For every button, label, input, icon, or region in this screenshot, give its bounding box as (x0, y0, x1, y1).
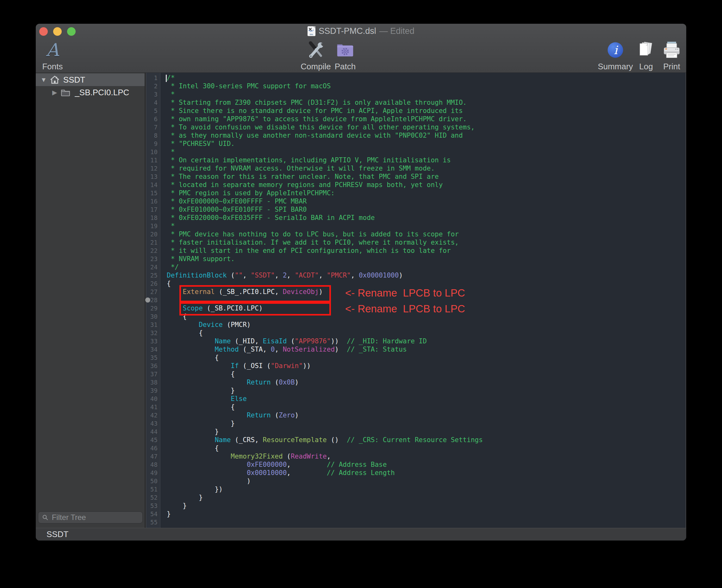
close-button[interactable] (39, 27, 48, 36)
line-number: 14 (146, 181, 160, 189)
code-line: 13 * The reason for this is rather uncle… (146, 172, 686, 181)
code-line: 7 * To avoid confusion we disable this d… (146, 123, 686, 131)
code-line: 22 * it will start in the end of PCI con… (146, 247, 686, 255)
code-line: 4 * Starting from Z390 chipsets PMC (D31… (146, 99, 686, 107)
code-text: * 0xFE020000~0xFE035FFF - SerialIo BAR i… (160, 214, 686, 222)
code-line: 24 */ (146, 263, 686, 271)
code-line: 35 { (146, 354, 686, 362)
code-text (160, 518, 686, 526)
sidebar-item-label: SSDT (63, 75, 85, 85)
summary-button[interactable]: i Summary (595, 38, 636, 71)
print-button[interactable]: Print (658, 38, 685, 71)
line-number: 52 (146, 493, 160, 502)
annotation-text-2: <- Rename LPCB to LPC (345, 302, 465, 315)
code-line: 14 * located in separate memory regions … (146, 181, 686, 189)
code-text: If (_OSI ("Darwin")) (160, 362, 686, 370)
line-number: 43 (146, 419, 160, 427)
code-line: 50 ) (146, 477, 686, 485)
code-line: 20 * PMC device has nothing to do to LPC… (146, 230, 686, 238)
code-line: 21 * faster initialisation. If we add it… (146, 238, 686, 247)
annotation-box-external (179, 285, 331, 302)
code-line: 17 * 0xFE010000~0xFE010FFF - SPI BAR0 (146, 205, 686, 214)
line-number: 6 (146, 115, 160, 123)
code-text: Else (160, 395, 686, 403)
code-text: * located in separate memory regions and… (160, 181, 686, 189)
patch-button[interactable]: Patch (331, 38, 359, 71)
line-number: 12 (146, 164, 160, 172)
info-icon: i (606, 40, 624, 60)
code-text: } (160, 493, 686, 502)
code-line: 8 * as they normally use another non-sta… (146, 131, 686, 140)
code-text: * On certain implementations, including … (160, 156, 686, 164)
code-text: } (160, 427, 686, 436)
code-line: 38 Return (0x0B) (146, 378, 686, 386)
code-line: 42 Return (Zero) (146, 411, 686, 419)
code-editor[interactable]: 1/*2 * Intel 300-series PMC support for … (146, 73, 686, 528)
sidebar-item-sb-pci0-lpc[interactable]: ▶ _SB.PCI0.LPC (36, 86, 145, 99)
code-line: 49 0x00010000, // Address Length (146, 469, 686, 477)
line-number: 30 (146, 312, 160, 320)
status-path: SSDT (46, 529, 68, 539)
line-number: 40 (146, 395, 160, 403)
chevron-right-icon[interactable]: ▶ (52, 89, 57, 96)
line-number: 16 (146, 197, 160, 205)
code-line: 43 } (146, 419, 686, 427)
code-text: { (160, 403, 686, 411)
line-number: 53 (146, 502, 160, 510)
line-number: 19 (146, 222, 160, 230)
code-line: 37 { (146, 370, 686, 378)
filter-tree-input[interactable] (51, 513, 139, 522)
code-line: 31 Device (PMCR) (146, 320, 686, 329)
status-bar: SSDT (36, 528, 686, 541)
line-number: 3 (146, 90, 160, 99)
code-line: 45 Name (_CRS, ResourceTemplate () // _C… (146, 436, 686, 444)
code-text: * (160, 90, 686, 99)
code-text: Name (_CRS, ResourceTemplate () // _CRS:… (160, 436, 686, 444)
folder-icon (61, 89, 70, 96)
code-line: 48 0xFE000000, // Address Base (146, 460, 686, 469)
code-line: 15 * PMC region is used by AppleIntelPCH… (146, 189, 686, 197)
code-text: * 0xFE010000~0xFE010FFF - SPI BAR0 (160, 205, 686, 214)
code-text: * PMC region is used by AppleIntelPCHPMC… (160, 189, 686, 197)
code-line: 53 } (146, 502, 686, 510)
log-button[interactable]: Log (635, 38, 657, 71)
line-number: 34 (146, 345, 160, 354)
line-number: 47 (146, 452, 160, 460)
line-number: 33 (146, 337, 160, 345)
sidebar-item-label: _SB.PCI0.LPC (75, 88, 129, 98)
line-number: 36 (146, 362, 160, 370)
line-number: 21 (146, 238, 160, 247)
line-number: 20 (146, 230, 160, 238)
code-line: 6 * own naming "APP9876" to access this … (146, 115, 686, 123)
compile-button[interactable]: Compile (298, 38, 333, 71)
code-text: * as they normally use another non-stand… (160, 131, 686, 140)
code-line: 11 * On certain implementations, includi… (146, 156, 686, 164)
zoom-button[interactable] (67, 27, 76, 36)
chevron-down-icon[interactable]: ▼ (41, 76, 47, 84)
line-number: 35 (146, 354, 160, 362)
code-text: * 0xFE000000~0xFE00FFFF - PMC MBAR (160, 197, 686, 205)
code-line: 46 { (146, 444, 686, 452)
fonts-button[interactable]: A Fonts (38, 38, 67, 71)
code-text: Device (PMCR) (160, 320, 686, 329)
code-line: 9 * "PCHRESV" UID. (146, 140, 686, 148)
sidebar-item-ssdt[interactable]: ▼ SSDT (36, 74, 145, 86)
minimize-button[interactable] (53, 27, 62, 36)
line-number: 2 (146, 82, 160, 90)
code-line: 10 * (146, 148, 686, 156)
code-text: * faster initialisation. If we add it to… (160, 238, 686, 247)
code-text: * The reason for this is rather unclear.… (160, 172, 686, 181)
code-line: 47 Memory32Fixed (ReadWrite, (146, 452, 686, 460)
code-line: 25DefinitionBlock ("", "SSDT", 2, "ACDT"… (146, 271, 686, 279)
code-line: 41 { (146, 403, 686, 411)
line-number: 7 (146, 123, 160, 131)
code-line: 12 * required for NVRAM access. Otherwis… (146, 164, 686, 172)
line-number: 48 (146, 460, 160, 469)
window-title: SSDT-PMC.dsl (319, 26, 376, 36)
line-number: 26 (146, 279, 160, 288)
line-number: 32 (146, 329, 160, 337)
code-line: 51 }) (146, 485, 686, 493)
code-line: 18 * 0xFE020000~0xFE035FFF - SerialIo BA… (146, 214, 686, 222)
sidebar-tree: ▼ SSDT ▶ (36, 73, 145, 528)
code-text: * own naming "APP9876" to access this de… (160, 115, 686, 123)
